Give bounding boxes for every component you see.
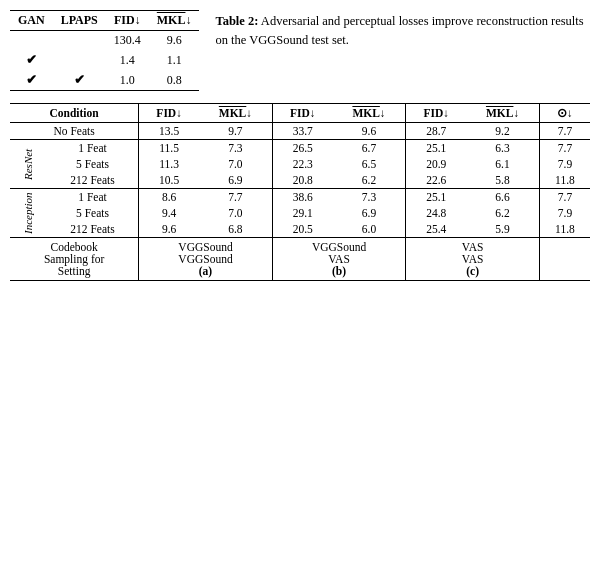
col-gan: GAN xyxy=(10,11,53,31)
a-mkl-header: MKL↓ xyxy=(199,104,272,123)
b-fid-header: FID↓ xyxy=(272,104,332,123)
inception-row-3: 212 Feats 9.6 6.8 20.5 6.0 25.4 5.9 11.8 xyxy=(10,221,590,238)
table-row: 130.4 9.6 xyxy=(10,31,199,51)
resnet-row-2: 5 Feats 11.3 7.0 22.3 6.5 20.9 6.1 7.9 xyxy=(10,156,590,172)
table-header-row: Condition FID↓ MKL↓ FID↓ MKL↓ FID↓ MKL↓ … xyxy=(10,104,590,123)
resnet-row-1: ResNet 1 Feat 11.5 7.3 26.5 6.7 25.1 6.3… xyxy=(10,140,590,157)
no-feats-c-mkl: 9.2 xyxy=(466,123,539,140)
main-table-section: Condition FID↓ MKL↓ FID↓ MKL↓ FID↓ MKL↓ … xyxy=(10,103,590,281)
table-row: ✔ 1.4 1.1 xyxy=(10,50,199,70)
no-feats-label: No Feats xyxy=(10,123,139,140)
resnet-feat-1: 1 Feat xyxy=(47,140,139,157)
no-feats-row: No Feats 13.5 9.7 33.7 9.6 28.7 9.2 7.7 xyxy=(10,123,590,140)
resnet-feat-2: 5 Feats xyxy=(47,156,139,172)
resnet-label: ResNet xyxy=(10,140,47,189)
col-fid: FID↓ xyxy=(106,11,149,31)
top-section: GAN LPAPS FID↓ MKL↓ 130.4 9.6 ✔ 1.4 1.1 … xyxy=(10,10,590,91)
theta-header: ⊙↓ xyxy=(539,104,590,123)
no-feats-a-mkl: 9.7 xyxy=(199,123,272,140)
footer-col-a: VGGSound VGGSound (a) xyxy=(139,238,273,281)
mkl-overline: MKL xyxy=(157,13,186,27)
top-small-table: GAN LPAPS FID↓ MKL↓ 130.4 9.6 ✔ 1.4 1.1 … xyxy=(10,10,199,91)
inception-feat-1: 1 Feat xyxy=(47,189,139,206)
inception-row-2: 5 Feats 9.4 7.0 29.1 6.9 24.8 6.2 7.9 xyxy=(10,205,590,221)
inception-feat-2: 5 Feats xyxy=(47,205,139,221)
table-row: ✔ ✔ 1.0 0.8 xyxy=(10,70,199,91)
footer-row: Codebook Sampling for Setting VGGSound V… xyxy=(10,238,590,281)
footer-col-b: VGGSound VAS (b) xyxy=(272,238,406,281)
resnet-feat-3: 212 Feats xyxy=(47,172,139,189)
footer-setting-label: Codebook Sampling for Setting xyxy=(10,238,139,281)
no-feats-b-mkl: 9.6 xyxy=(333,123,406,140)
main-results-table: Condition FID↓ MKL↓ FID↓ MKL↓ FID↓ MKL↓ … xyxy=(10,103,590,281)
table-number: Table 2: xyxy=(215,14,258,28)
b-mkl-header: MKL↓ xyxy=(333,104,406,123)
no-feats-b-fid: 33.7 xyxy=(272,123,332,140)
a-fid-header: FID↓ xyxy=(139,104,199,123)
inception-feat-3: 212 Feats xyxy=(47,221,139,238)
resnet-row-3: 212 Feats 10.5 6.9 20.8 6.2 22.6 5.8 11.… xyxy=(10,172,590,189)
c-mkl-header: MKL↓ xyxy=(466,104,539,123)
c-fid-header: FID↓ xyxy=(406,104,466,123)
inception-label: Inception xyxy=(10,189,47,238)
no-feats-c-fid: 28.7 xyxy=(406,123,466,140)
footer-col-c: VAS VAS (c) xyxy=(406,238,540,281)
col-lpaps: LPAPS xyxy=(53,11,106,31)
col-mkl: MKL↓ xyxy=(149,11,200,31)
no-feats-a-fid: 13.5 xyxy=(139,123,199,140)
inception-row-1: Inception 1 Feat 8.6 7.7 38.6 7.3 25.1 6… xyxy=(10,189,590,206)
no-feats-theta: 7.7 xyxy=(539,123,590,140)
table-caption: Table 2: Adversarial and perceptual loss… xyxy=(215,10,590,91)
condition-header: Condition xyxy=(10,104,139,123)
caption-text: Adversarial and perceptual losses improv… xyxy=(215,14,583,47)
